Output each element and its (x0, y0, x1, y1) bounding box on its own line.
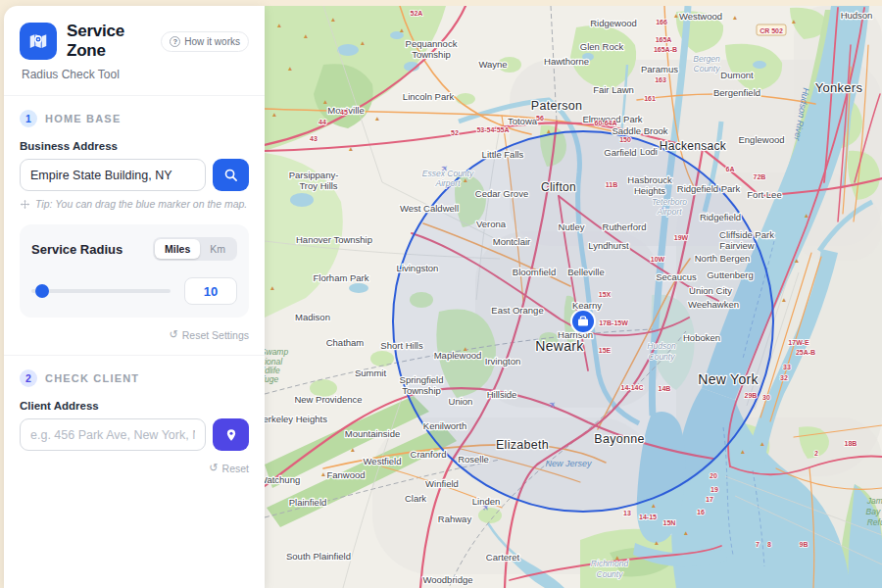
svg-text:▲: ▲ (374, 115, 380, 122)
svg-text:Livingston: Livingston (397, 263, 439, 273)
unit-toggle: Miles Km (153, 237, 237, 261)
svg-text:161: 161 (644, 95, 656, 102)
svg-text:Bayonne: Bayonne (594, 432, 644, 446)
svg-text:53-54-55A: 53-54-55A (476, 126, 509, 133)
svg-text:Cedar Grove: Cedar Grove (475, 188, 528, 199)
svg-text:Essex County: Essex County (422, 169, 474, 178)
radius-slider-thumb[interactable] (35, 284, 49, 298)
svg-text:Irvington: Irvington (485, 356, 520, 367)
svg-text:Bergen: Bergen (693, 54, 720, 64)
svg-text:Winfield: Winfield (425, 478, 459, 489)
svg-text:Hasbrouck: Hasbrouck (627, 174, 672, 185)
app-subtitle: Radius Check Tool (22, 68, 249, 81)
svg-text:Saddle Brook: Saddle Brook (612, 125, 667, 136)
svg-text:Florham Park: Florham Park (313, 272, 368, 283)
svg-text:14-15: 14-15 (639, 514, 657, 520)
svg-text:19W: 19W (674, 234, 689, 241)
svg-text:Springfield: Springfield (400, 374, 444, 385)
svg-text:▲: ▲ (350, 446, 356, 453)
svg-text:9B: 9B (800, 541, 808, 548)
reset-settings-button[interactable]: ↺ Reset Settings (20, 328, 249, 341)
svg-text:Lincoln Park: Lincoln Park (403, 91, 455, 102)
svg-text:Elizabeth: Elizabeth (496, 438, 549, 452)
svg-text:CR 502: CR 502 (760, 27, 783, 34)
app-header: Service Zone ? How it works (20, 22, 249, 61)
unit-km[interactable]: Km (200, 239, 235, 259)
drag-tip: Tip: You can drag the blue marker on the… (20, 198, 249, 210)
svg-text:Bloomfield: Bloomfield (513, 267, 556, 277)
radius-slider[interactable] (31, 289, 171, 293)
svg-text:13: 13 (623, 510, 631, 516)
svg-text:Paramus: Paramus (641, 64, 678, 74)
svg-text:Township: Township (412, 49, 451, 60)
map-canvas[interactable]: ▲▲▲▲▲▲▲▲▲▲▲▲▲▲▲▲▲▲▲▲▲▲▲▲▲▲▲▲ ✈✈✈✈ Pequan… (265, 6, 882, 588)
svg-text:Airport: Airport (656, 207, 682, 217)
svg-text:163: 163 (655, 76, 666, 83)
svg-text:15X: 15X (599, 291, 612, 298)
svg-text:29B: 29B (745, 392, 758, 399)
svg-text:Rahway: Rahway (438, 514, 472, 524)
svg-text:Chatham: Chatham (326, 337, 365, 348)
svg-text:30: 30 (762, 394, 770, 401)
svg-text:15E: 15E (599, 347, 612, 354)
svg-text:▲: ▲ (654, 539, 660, 546)
svg-text:▲: ▲ (276, 22, 282, 28)
svg-text:Belleville: Belleville (567, 267, 605, 277)
svg-text:Cliffside Park: Cliffside Park (719, 229, 774, 240)
svg-text:2: 2 (814, 450, 818, 457)
business-address-input[interactable] (20, 159, 206, 191)
svg-text:▲: ▲ (322, 98, 328, 105)
svg-text:Ridgefield Park: Ridgefield Park (677, 183, 741, 194)
svg-text:Fair Lawn: Fair Lawn (593, 84, 634, 95)
svg-text:Westfield: Westfield (364, 456, 402, 466)
svg-text:▲: ▲ (546, 127, 552, 134)
svg-text:▲: ▲ (781, 296, 787, 303)
svg-text:Airport: Airport (434, 178, 461, 188)
svg-text:▲: ▲ (287, 65, 293, 72)
svg-text:Parsippany-: Parsippany- (289, 170, 339, 180)
svg-text:Newark: Newark (535, 338, 584, 354)
radius-value[interactable]: 10 (184, 277, 237, 305)
app-logo (20, 23, 57, 60)
svg-text:▲: ▲ (804, 212, 809, 219)
service-radius-title: Service Radius (31, 242, 122, 257)
svg-text:▲: ▲ (740, 448, 746, 455)
svg-text:15N: 15N (663, 519, 676, 526)
search-button[interactable] (213, 159, 249, 191)
svg-text:Maplewood: Maplewood (434, 350, 482, 361)
svg-text:Secaucus: Secaucus (656, 271, 697, 282)
svg-text:▲: ▲ (348, 145, 354, 152)
step-1-badge: 1 (20, 110, 37, 127)
drag-tip-text: Tip: You can drag the blue marker on the… (35, 198, 247, 210)
svg-text:Lodi: Lodi (640, 146, 658, 157)
home-base-marker[interactable] (570, 309, 596, 334)
svg-text:Linden: Linden (472, 496, 501, 507)
svg-text:166: 166 (656, 19, 667, 25)
svg-text:Montclair: Montclair (493, 236, 531, 247)
svg-text:Dumont: Dumont (720, 70, 754, 80)
svg-text:Richmond: Richmond (591, 559, 629, 568)
svg-text:Guttenberg: Guttenberg (707, 270, 754, 280)
reset-client-button[interactable]: ↺ Reset (20, 462, 249, 474)
svg-text:▲: ▲ (360, 39, 366, 46)
question-circle-icon: ? (170, 36, 180, 47)
svg-text:20: 20 (710, 472, 717, 479)
svg-text:Fanwood: Fanwood (326, 469, 365, 480)
map-logo-icon (27, 30, 49, 52)
svg-text:▲: ▲ (683, 529, 689, 536)
svg-text:Totowa: Totowa (508, 116, 538, 126)
reset-settings-label: Reset Settings (182, 329, 249, 341)
svg-text:165A: 165A (656, 36, 672, 43)
svg-text:44: 44 (318, 119, 326, 125)
svg-text:County: County (649, 352, 676, 362)
svg-text:14-14C: 14-14C (621, 384, 644, 391)
client-address-input[interactable] (20, 418, 206, 451)
svg-text:43: 43 (310, 135, 318, 142)
map-pin-icon (224, 428, 238, 442)
svg-text:11B: 11B (606, 181, 617, 188)
svg-text:Little Falls: Little Falls (482, 149, 524, 160)
locate-client-button[interactable] (213, 418, 249, 451)
unit-miles[interactable]: Miles (155, 239, 200, 259)
svg-text:56: 56 (536, 115, 544, 122)
how-it-works-button[interactable]: ? How it works (161, 31, 249, 52)
